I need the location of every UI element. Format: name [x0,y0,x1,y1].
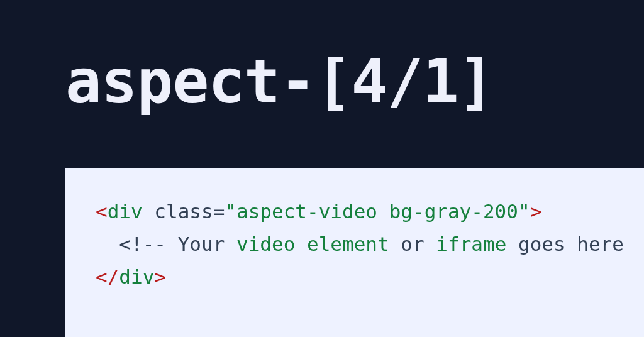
slide-canvas: aspect-[4/1] <div class="aspect-video bg… [0,0,644,337]
code-token-keyword: iframe [436,233,506,255]
code-token-space [295,233,307,255]
code-token-keyword: element [307,233,389,255]
code-token-quote: " [518,200,530,223]
code-token-space [225,233,236,255]
code-token-comment: <!-- [119,233,177,255]
code-token-tag: div [119,265,154,288]
code-token-space [389,233,401,255]
heading-utility-class: aspect-[4/1] [65,47,494,117]
code-token-tag: div [108,200,143,223]
code-token-angle: </ [96,265,119,288]
code-token-space [506,233,518,255]
code-token-space [143,200,155,223]
code-token-keyword: video [236,233,295,255]
code-token-space [425,233,436,255]
code-token-angle: > [530,200,542,223]
code-token-indent [96,233,119,255]
code-token-word: goes here [518,233,624,255]
code-token-word: or [401,233,424,255]
code-token-word: Your [178,233,225,255]
code-token-string: aspect-video bg-gray-200 [236,200,518,223]
code-block: <div class="aspect-video bg-gray-200"> <… [96,195,644,293]
code-token-angle: > [154,265,166,288]
code-token-angle: < [96,200,108,223]
code-token-eq: = [213,200,225,223]
code-token-attr: class [154,200,213,223]
code-token-quote: " [225,200,236,223]
code-example-panel: <div class="aspect-video bg-gray-200"> <… [65,168,644,337]
